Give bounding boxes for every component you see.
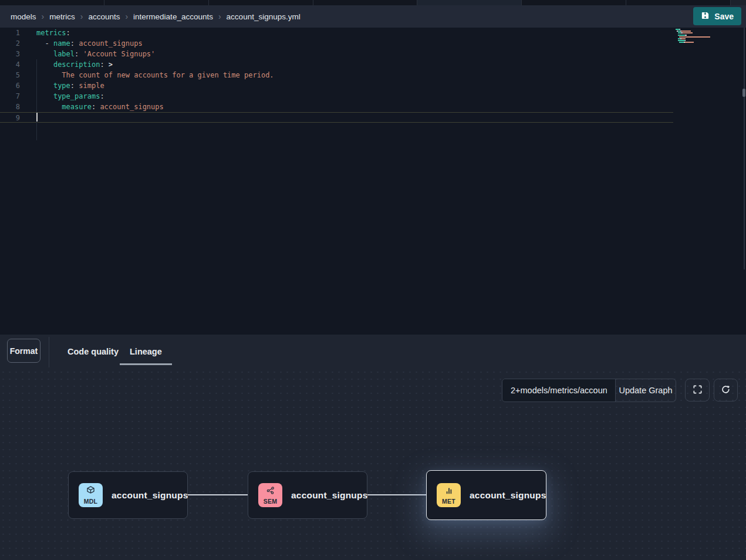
- text-cursor: [36, 113, 38, 122]
- line-number: 6: [0, 80, 20, 91]
- code-line: 8 measure: account_signups: [0, 102, 746, 112]
- line-number: 3: [0, 49, 20, 59]
- line-number: 2: [0, 38, 20, 49]
- code-text: - name: account_signups: [36, 38, 143, 49]
- breadcrumb: models›metrics›accounts›intermediate_acc…: [11, 5, 301, 28]
- fullscreen-icon: [693, 384, 703, 396]
- save-button-label: Save: [714, 12, 734, 21]
- panel-tab-lineage[interactable]: Lineage: [130, 335, 162, 369]
- bar-chart-icon: [444, 486, 454, 498]
- node-label: account_signups: [470, 490, 546, 501]
- editor-scrollbar-track[interactable]: [744, 28, 745, 269]
- top-tab-strip: [0, 0, 746, 5]
- code-line: 2 - name: account_signups: [0, 38, 746, 49]
- save-icon: [701, 11, 710, 22]
- line-number: 7: [0, 91, 20, 102]
- code-line: 3 label: 'Account Signups': [0, 49, 746, 59]
- node-type-label: MDL: [84, 498, 97, 505]
- node-type-badge: MET: [437, 483, 461, 507]
- editor-scrollbar-handle[interactable]: [742, 89, 745, 97]
- node-label: account_signups: [112, 490, 188, 501]
- refresh-icon: [721, 384, 731, 396]
- node-type-label: SEM: [264, 498, 277, 505]
- code-line-current: 9: [0, 112, 673, 123]
- lineage-canvas[interactable]: Update Graph: [0, 369, 746, 560]
- lineage-selector-group: Update Graph: [502, 379, 676, 402]
- file-tab[interactable]: [209, 0, 313, 5]
- code-line: 1metrics:: [0, 28, 746, 38]
- lineage-node-met[interactable]: METaccount_signups: [426, 470, 546, 520]
- breadcrumb-item[interactable]: metrics: [49, 12, 75, 21]
- file-tab[interactable]: [522, 0, 626, 5]
- minimap[interactable]: [676, 29, 741, 46]
- breadcrumb-item[interactable]: account_signups.yml: [227, 12, 301, 21]
- chevron-right-icon: ›: [80, 12, 83, 21]
- breadcrumb-item[interactable]: accounts: [88, 12, 120, 21]
- format-button[interactable]: Format: [7, 339, 40, 363]
- refresh-button[interactable]: [714, 379, 738, 402]
- lineage-edge: [188, 494, 248, 495]
- fullscreen-button[interactable]: [685, 379, 710, 402]
- code-line: 5 The count of new accounts for a given …: [0, 70, 746, 80]
- code-text: The count of new accounts for a given ti…: [36, 70, 274, 80]
- line-number: 5: [0, 70, 20, 80]
- update-graph-button[interactable]: Update Graph: [615, 379, 676, 402]
- panel-tab-code-quality[interactable]: Code quality: [67, 335, 119, 369]
- lineage-selector-input[interactable]: [502, 379, 615, 402]
- node-label: account_signups: [291, 490, 367, 501]
- node-type-label: MET: [442, 498, 455, 505]
- code-text: type: simple: [36, 80, 104, 91]
- code-text: type_params:: [36, 91, 104, 102]
- code-text: measure: account_signups: [36, 102, 164, 112]
- code-text: description: >: [36, 59, 113, 70]
- breadcrumb-item[interactable]: models: [11, 12, 36, 21]
- breadcrumb-item[interactable]: intermediate_accounts: [133, 12, 213, 21]
- node-type-badge: SEM: [258, 483, 282, 507]
- file-tab[interactable]: [313, 0, 418, 5]
- cube-icon: [86, 485, 96, 498]
- file-tab[interactable]: [626, 0, 731, 5]
- node-type-badge: MDL: [79, 483, 103, 507]
- file-tab[interactable]: [104, 0, 209, 5]
- code-text: metrics:: [36, 28, 70, 38]
- file-tab[interactable]: [0, 0, 104, 5]
- chevron-right-icon: ›: [218, 12, 221, 21]
- chevron-right-icon: ›: [125, 12, 128, 21]
- code-lines: 1metrics:2 - name: account_signups3 labe…: [0, 28, 746, 123]
- line-number: 8: [0, 102, 20, 112]
- chevron-right-icon: ›: [42, 12, 45, 21]
- line-number: 1: [0, 28, 20, 38]
- code-line: 6 type: simple: [0, 80, 746, 91]
- code-line: 4 description: >: [0, 59, 746, 70]
- tabbar-divider: [49, 337, 49, 367]
- line-number: 9: [0, 113, 20, 123]
- code-editor[interactable]: 1metrics:2 - name: account_signups3 labe…: [0, 28, 746, 335]
- lineage-node-mdl[interactable]: MDLaccount_signups: [68, 471, 188, 519]
- line-number: 4: [0, 59, 20, 70]
- app-window: models›metrics›accounts›intermediate_acc…: [0, 0, 746, 560]
- save-button[interactable]: Save: [693, 7, 741, 25]
- bottom-panel: Format Code qualityLineage Update Graph: [0, 335, 746, 560]
- share-network-icon: [266, 486, 275, 498]
- code-text: label: 'Account Signups': [36, 49, 155, 59]
- lineage-edge: [367, 494, 426, 495]
- code-line: 7 type_params:: [0, 91, 746, 102]
- breadcrumb-bar: models›metrics›accounts›intermediate_acc…: [0, 5, 746, 28]
- file-tab[interactable]: [731, 0, 746, 5]
- file-tab-active[interactable]: [417, 0, 522, 5]
- indent-guide: [36, 59, 37, 140]
- lineage-node-sem[interactable]: SEMaccount_signups: [248, 471, 367, 519]
